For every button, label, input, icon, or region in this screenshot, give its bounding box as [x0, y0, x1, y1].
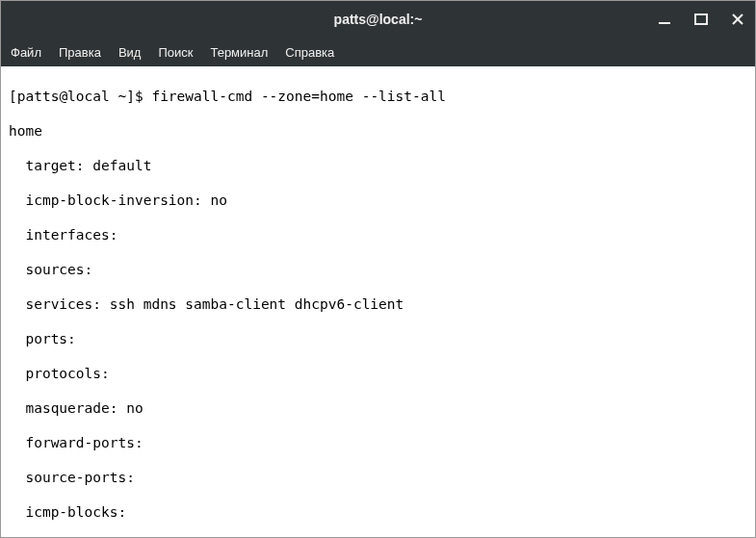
menu-search[interactable]: Поиск — [158, 45, 193, 60]
menu-help[interactable]: Справка — [285, 45, 334, 60]
terminal-line: [patts@local ~]$ firewall-cmd --zone=hom… — [9, 88, 747, 105]
terminal-output: target: default — [9, 157, 747, 174]
svg-rect-0 — [659, 22, 670, 24]
menubar: Файл Правка Вид Поиск Терминал Справка — [1, 38, 755, 66]
maximize-button[interactable] — [691, 10, 711, 29]
close-icon — [731, 13, 744, 26]
prompt: [patts@local ~]$ — [9, 89, 151, 104]
menu-file[interactable]: Файл — [11, 45, 41, 60]
terminal-area[interactable]: [patts@local ~]$ firewall-cmd --zone=hom… — [1, 66, 755, 538]
terminal-output: source-ports: — [9, 469, 747, 486]
minimize-icon — [658, 13, 671, 26]
terminal-output: masquerade: no — [9, 399, 747, 417]
command: firewall-cmd --zone=home --list-all — [151, 89, 446, 104]
titlebar: patts@local:~ — [1, 1, 755, 38]
terminal-output: home — [9, 122, 747, 140]
menu-terminal[interactable]: Терминал — [210, 45, 268, 60]
minimize-button[interactable] — [655, 10, 674, 29]
window-controls — [655, 10, 747, 29]
svg-rect-1 — [695, 14, 707, 24]
terminal-output: ports: — [9, 330, 747, 347]
close-button[interactable] — [728, 10, 747, 29]
menu-view[interactable]: Вид — [118, 45, 142, 60]
terminal-output: icmp-block-inversion: no — [9, 192, 747, 209]
window-title: patts@local:~ — [334, 12, 423, 27]
maximize-icon — [694, 13, 708, 26]
terminal-output: interfaces: — [9, 226, 747, 243]
terminal-output: sources: — [9, 261, 747, 278]
terminal-output: services: ssh mdns samba-client dhcpv6-c… — [9, 295, 747, 313]
terminal-output: forward-ports: — [9, 434, 747, 451]
terminal-output: icmp-blocks: — [9, 503, 747, 521]
terminal-output: protocols: — [9, 365, 747, 382]
menu-edit[interactable]: Правка — [59, 45, 101, 60]
